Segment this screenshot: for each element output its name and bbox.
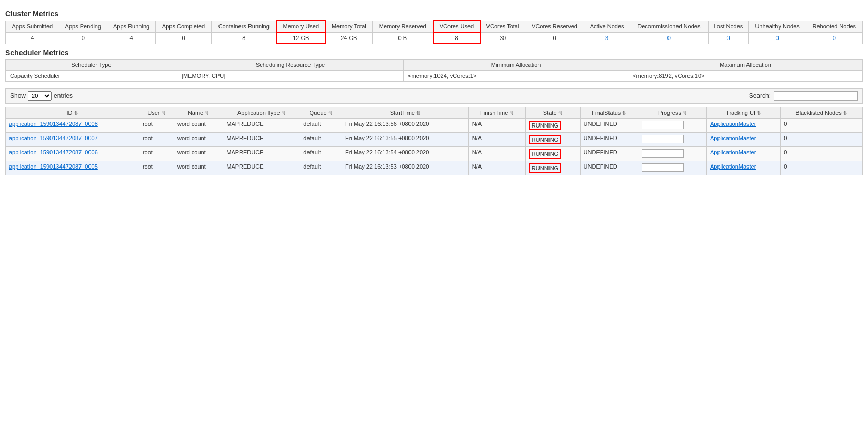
app-queue-cell: default	[300, 147, 342, 161]
scheduler-header-3: Maximum Allocation	[628, 60, 863, 71]
cluster-metrics-table: Apps SubmittedApps PendingApps RunningAp…	[5, 20, 863, 44]
cluster-value-5: 12 GB	[277, 32, 325, 44]
table-row: application_1590134472087_0006rootword c…	[6, 147, 863, 161]
apps-col-header-5[interactable]: StartTime ⇅	[342, 107, 469, 119]
app-id-cell[interactable]: application_1590134472087_0006	[6, 147, 139, 161]
app-blacklisted-cell: 0	[781, 161, 863, 175]
app-id-cell[interactable]: application_1590134472087_0008	[6, 119, 139, 133]
app-name-cell: word count	[174, 147, 223, 161]
apps-col-header-7[interactable]: State ⇅	[525, 107, 580, 119]
apps-col-header-10[interactable]: Tracking UI ⇅	[706, 107, 780, 119]
apps-col-header-6[interactable]: FinishTime ⇅	[468, 107, 525, 119]
show-entries-right: Search:	[749, 91, 858, 101]
cluster-value-10: 0	[525, 32, 584, 44]
app-type-cell: MAPREDUCE	[223, 147, 300, 161]
app-finishtime-cell: N/A	[468, 133, 525, 147]
app-finalstatus-cell: UNDEFINED	[580, 133, 638, 147]
app-finalstatus-cell: UNDEFINED	[580, 147, 638, 161]
cluster-header-10: VCores Reserved	[525, 21, 584, 32]
app-state-cell: RUNNING	[525, 161, 580, 175]
scheduler-value-3: <memory:8192, vCores:10>	[628, 71, 863, 82]
apps-col-header-1[interactable]: User ⇅	[139, 107, 174, 119]
apps-col-header-0[interactable]: ID ⇅	[6, 107, 139, 119]
apps-col-header-8[interactable]: FinalStatus ⇅	[580, 107, 638, 119]
cluster-value-3: 0	[156, 32, 212, 44]
apps-col-header-9[interactable]: Progress ⇅	[638, 107, 707, 119]
app-type-cell: MAPREDUCE	[223, 161, 300, 175]
app-user-cell: root	[139, 147, 174, 161]
scheduler-value-2: <memory:1024, vCores:1>	[404, 71, 628, 82]
cluster-metrics-title: Cluster Metrics	[5, 9, 863, 18]
table-row: application_1590134472087_0007rootword c…	[6, 133, 863, 147]
cluster-metrics-section: Cluster Metrics Apps SubmittedApps Pendi…	[5, 9, 863, 44]
app-trackingui-cell[interactable]: ApplicationMaster	[706, 119, 780, 133]
app-queue-cell: default	[300, 133, 342, 147]
show-entries-row: Show 102050100 entries Search:	[5, 88, 863, 104]
cluster-value-4: 8	[211, 32, 276, 44]
app-finishtime-cell: N/A	[468, 147, 525, 161]
progress-bar	[642, 135, 684, 143]
apps-col-header-11[interactable]: Blacklisted Nodes ⇅	[781, 107, 863, 119]
cluster-header-1: Apps Pending	[59, 21, 107, 32]
cluster-value-7: 0 B	[372, 32, 433, 44]
cluster-value-9: 30	[480, 32, 525, 44]
app-state-cell: RUNNING	[525, 147, 580, 161]
cluster-value-2: 4	[107, 32, 156, 44]
progress-bar	[642, 163, 684, 172]
cluster-value-0: 4	[6, 32, 59, 44]
cluster-value-12[interactable]: 0	[630, 32, 708, 44]
app-id-cell[interactable]: application_1590134472087_0005	[6, 161, 139, 175]
scheduler-headers: Scheduler TypeScheduling Resource TypeMi…	[6, 60, 863, 71]
scheduler-value-0: Capacity Scheduler	[6, 71, 177, 82]
app-type-cell: MAPREDUCE	[223, 133, 300, 147]
cluster-metrics-headers: Apps SubmittedApps PendingApps RunningAp…	[6, 21, 863, 32]
cluster-header-7: Memory Reserved	[372, 21, 433, 32]
app-queue-cell: default	[300, 161, 342, 175]
scheduler-metrics-table: Scheduler TypeScheduling Resource TypeMi…	[5, 59, 863, 82]
show-label: Show	[10, 92, 26, 100]
app-trackingui-cell[interactable]: ApplicationMaster	[706, 147, 780, 161]
cluster-value-6: 24 GB	[325, 32, 372, 44]
app-state-cell: RUNNING	[525, 119, 580, 133]
cluster-metrics-values: 4040812 GB24 GB0 B830030000	[6, 32, 863, 44]
app-blacklisted-cell: 0	[781, 133, 863, 147]
apps-col-header-3[interactable]: Application Type ⇅	[223, 107, 300, 119]
cluster-header-8: VCores Used	[433, 21, 480, 32]
cluster-header-2: Apps Running	[107, 21, 156, 32]
apps-col-header-4[interactable]: Queue ⇅	[300, 107, 342, 119]
app-queue-cell: default	[300, 119, 342, 133]
entries-label: entries	[54, 92, 73, 100]
apps-table-headers: ID ⇅User ⇅Name ⇅Application Type ⇅Queue …	[6, 107, 863, 119]
cluster-header-13: Lost Nodes	[708, 21, 749, 32]
cluster-header-15: Rebooted Nodes	[806, 21, 862, 32]
app-name-cell: word count	[174, 119, 223, 133]
app-trackingui-cell[interactable]: ApplicationMaster	[706, 161, 780, 175]
search-input[interactable]	[774, 91, 858, 101]
cluster-header-14: Unhealthy Nodes	[749, 21, 806, 32]
entries-select[interactable]: 102050100	[28, 91, 52, 101]
app-type-cell: MAPREDUCE	[223, 119, 300, 133]
cluster-header-4: Containers Running	[211, 21, 276, 32]
apps-col-header-2[interactable]: Name ⇅	[174, 107, 223, 119]
cluster-header-6: Memory Total	[325, 21, 372, 32]
app-progress-cell	[638, 161, 707, 175]
app-user-cell: root	[139, 119, 174, 133]
app-progress-cell	[638, 147, 707, 161]
app-trackingui-cell[interactable]: ApplicationMaster	[706, 133, 780, 147]
app-user-cell: root	[139, 161, 174, 175]
scheduler-values: Capacity Scheduler[MEMORY, CPU]<memory:1…	[6, 71, 863, 82]
search-label: Search:	[749, 92, 771, 100]
applications-table: ID ⇅User ⇅Name ⇅Application Type ⇅Queue …	[5, 107, 863, 175]
cluster-value-11[interactable]: 3	[584, 32, 630, 44]
cluster-header-0: Apps Submitted	[6, 21, 59, 32]
scheduler-header-1: Scheduling Resource Type	[177, 60, 403, 71]
app-finalstatus-cell: UNDEFINED	[580, 161, 638, 175]
app-id-cell[interactable]: application_1590134472087_0007	[6, 133, 139, 147]
cluster-value-13[interactable]: 0	[708, 32, 749, 44]
app-starttime-cell: Fri May 22 16:13:53 +0800 2020	[342, 161, 469, 175]
progress-bar	[642, 121, 684, 129]
cluster-value-15[interactable]: 0	[806, 32, 862, 44]
cluster-value-14[interactable]: 0	[749, 32, 806, 44]
scheduler-metrics-title: Scheduler Metrics	[5, 48, 863, 57]
app-progress-cell	[638, 119, 707, 133]
